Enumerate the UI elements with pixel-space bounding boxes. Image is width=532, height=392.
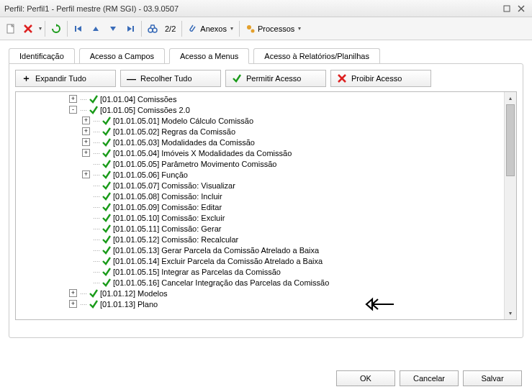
minimize-button[interactable]	[500, 4, 513, 14]
tree-item[interactable]: +····[01.01.05.06] Função	[16, 169, 503, 180]
expand-icon[interactable]: +	[69, 289, 77, 297]
expand-all-label: Expandir Tudo	[35, 74, 86, 83]
tree-item[interactable]: +····[01.01.13] Plano	[16, 298, 503, 309]
tree-item-label: [01.01.05.13] Gerar Parcela da Comissão …	[113, 246, 319, 255]
tree-item[interactable]: ····[01.01.05.10] Comissão: Excluir	[16, 212, 503, 223]
permission-check-icon	[102, 148, 112, 158]
tree-item[interactable]: -····[01.01.05] Comissões 2.0	[16, 104, 503, 115]
dialog-buttons: OK Cancelar Salvar	[336, 370, 522, 386]
tab-acesso-menus[interactable]: Acesso a Menus	[169, 48, 249, 64]
check-icon	[102, 224, 112, 234]
permission-check-icon	[102, 127, 112, 137]
save-button[interactable]: Salvar	[463, 370, 522, 386]
tree-leaf-spacer	[82, 160, 90, 168]
tree-leaf-spacer	[82, 235, 90, 243]
expand-icon[interactable]: +	[82, 117, 90, 124]
expand-icon[interactable]: +	[82, 127, 90, 135]
expand-icon[interactable]: +	[69, 300, 77, 308]
cancel-button[interactable]: Cancelar	[400, 370, 459, 386]
tree-leaf-spacer	[82, 257, 90, 265]
expand-icon[interactable]: +	[82, 149, 90, 157]
tree-scrollbar[interactable]: ▴ ▾	[504, 92, 516, 319]
tab-label: Identificação	[19, 52, 64, 60]
tree-connector: ····	[93, 160, 100, 168]
scroll-down-icon[interactable]: ▾	[505, 307, 516, 319]
svg-rect-7	[132, 26, 134, 32]
prev-button[interactable]	[88, 21, 104, 37]
search-button[interactable]	[145, 21, 161, 37]
tab-acesso-campos[interactable]: Acesso a Campos	[79, 48, 165, 64]
panel-acesso-menus: ＋ Expandir Tudo — Recolher Tudo Permitir…	[9, 63, 523, 338]
tab-identificacao[interactable]: Identificação	[9, 48, 75, 64]
new-button[interactable]	[3, 21, 19, 37]
tree-item[interactable]: ····[01.01.05.16] Cancelar Integração da…	[16, 277, 503, 288]
collapse-all-button[interactable]: — Recolher Tudo	[120, 70, 221, 87]
plus-icon: ＋	[22, 72, 31, 85]
tree-item[interactable]: +····[01.01.05.04] Imóveis X Modalidades…	[16, 147, 503, 158]
delete-dropdown[interactable]: ▾	[39, 25, 42, 32]
tree-item[interactable]: ····[01.01.05.05] Parâmetro Movimento Co…	[16, 158, 503, 169]
tree-connector: ····	[93, 150, 100, 157]
expand-icon[interactable]: +	[82, 170, 90, 178]
tree-item[interactable]: +····[01.01.12] Modelos	[16, 288, 503, 298]
minus-icon: —	[127, 73, 136, 84]
scroll-up-icon[interactable]: ▴	[505, 92, 516, 104]
tree-item[interactable]: ····[01.01.05.08] Comissão: Incluir	[16, 191, 503, 201]
permit-access-button[interactable]: Permitir Acesso	[225, 70, 326, 87]
tree-item[interactable]: +····[01.01.05.03] Modalidades da Comiss…	[16, 137, 503, 147]
tree-connector: ····	[93, 204, 100, 211]
last-button[interactable]	[122, 21, 138, 37]
tree-item[interactable]: ····[01.01.05.14] Excluir Parcela da Com…	[16, 255, 503, 266]
permission-check-icon	[102, 202, 112, 212]
tree-connector: ····	[80, 301, 87, 308]
tree-item[interactable]: ····[01.01.05.12] Comissão: Recalcular	[16, 234, 503, 245]
tree-connector: ····	[93, 268, 100, 275]
tree-item-label: [01.01.05.14] Excluir Parcela da Comissã…	[113, 257, 323, 265]
tree-item[interactable]: +····[01.01.05.01] Modelo Cálculo Comiss…	[16, 115, 503, 126]
refresh-button[interactable]	[48, 21, 64, 37]
tree-item-label: [01.01.05.04] Imóveis X Modalidades da C…	[113, 149, 292, 158]
tree-item-label: [01.01.05.15] Integrar as Parcelas da Co…	[113, 268, 281, 276]
check-icon	[232, 73, 242, 83]
tree-item[interactable]: ····[01.01.05.09] Comissão: Editar	[16, 201, 503, 212]
tree-item[interactable]: ····[01.01.05.11] Comissão: Gerar	[16, 223, 503, 234]
tree-item[interactable]: ····[01.01.05.15] Integrar as Parcelas d…	[16, 266, 503, 277]
deny-access-button[interactable]: Proibir Acesso	[330, 70, 431, 87]
tree-connector: ····	[93, 225, 100, 232]
tree-item-label: [01.01.04] Comissões	[100, 95, 176, 104]
expand-all-button[interactable]: ＋ Expandir Tudo	[15, 70, 116, 87]
check-icon	[102, 159, 112, 169]
tree-item[interactable]: +····[01.01.04] Comissões	[16, 94, 503, 104]
permission-check-icon	[102, 234, 112, 245]
scroll-thumb[interactable]	[506, 104, 515, 176]
toolbar: ▾ 2/2 Anexos ▾ Processos ▾	[0, 17, 532, 40]
processos-button[interactable]: Processos ▾	[243, 21, 304, 37]
close-button[interactable]	[515, 4, 528, 14]
close-icon	[518, 5, 525, 12]
expand-icon[interactable]: +	[82, 138, 90, 146]
permission-check-icon	[102, 137, 112, 147]
check-icon	[102, 213, 112, 223]
collapse-icon[interactable]: -	[69, 106, 77, 114]
deny-access-label: Proibir Acesso	[351, 74, 402, 83]
menu-tree: +····[01.01.04] Comissões-····[01.01.05]…	[15, 91, 517, 320]
delete-button[interactable]	[20, 21, 36, 37]
tree-item-label: [01.01.05.16] Cancelar Integração das Pa…	[113, 278, 329, 287]
tree-item[interactable]: +····[01.01.05.02] Regras da Comissão	[16, 126, 503, 137]
check-icon	[102, 245, 112, 255]
tab-acesso-relatorios[interactable]: Acesso à Relatórios/Planilhas	[253, 48, 380, 64]
svg-point-11	[251, 29, 255, 32]
anexos-button[interactable]: Anexos ▾	[185, 21, 236, 37]
permission-check-icon	[102, 191, 112, 201]
ok-button[interactable]: OK	[336, 370, 395, 386]
tree-connector: ····	[93, 171, 100, 178]
minimize-icon	[503, 5, 510, 12]
next-button[interactable]	[105, 21, 121, 37]
tree-item[interactable]: ····[01.01.05.07] Comissão: Visualizar	[16, 180, 503, 191]
expand-icon[interactable]: +	[69, 95, 77, 103]
check-icon	[102, 278, 112, 288]
tree-item[interactable]: ····[01.01.05.13] Gerar Parcela da Comis…	[16, 245, 503, 255]
permission-check-icon	[102, 159, 112, 169]
first-button[interactable]	[71, 21, 86, 37]
chevron-down-icon: ▾	[298, 25, 301, 32]
